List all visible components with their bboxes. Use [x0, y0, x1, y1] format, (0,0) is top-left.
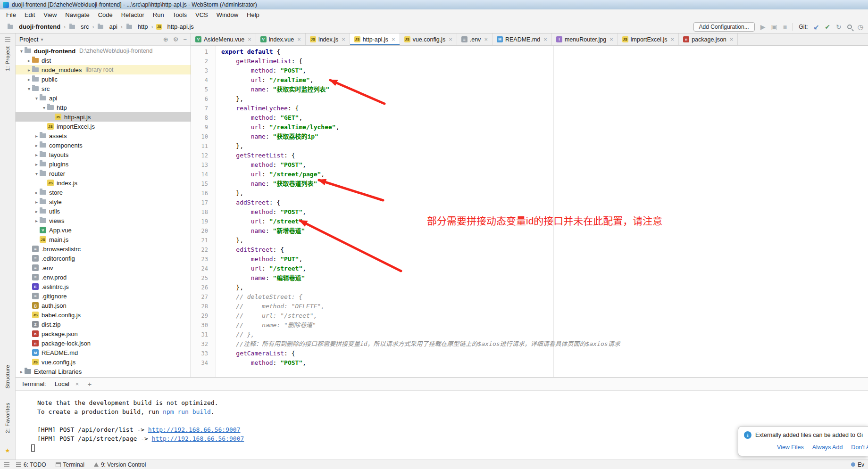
menu-vcs[interactable]: VCS	[191, 11, 212, 18]
line-number[interactable]: 34	[191, 358, 216, 368]
tree-item-http-api-js[interactable]: JShttp-api.js	[16, 112, 191, 122]
new-terminal-icon[interactable]: +	[87, 380, 92, 388]
line-number[interactable]: 8	[191, 113, 216, 123]
git-update-icon[interactable]	[814, 24, 819, 30]
tree-item-components[interactable]: ▸components	[16, 140, 191, 150]
line-number[interactable]: 7	[191, 104, 216, 113]
close-icon[interactable]: ×	[484, 36, 488, 42]
code-line[interactable]: 23 method: "PUT",	[191, 255, 868, 264]
editor-tab-index-js[interactable]: JSindex.js×	[306, 33, 350, 45]
line-number[interactable]: 16	[191, 189, 216, 198]
close-icon[interactable]: ×	[543, 36, 547, 42]
code-line[interactable]: 2 getRealTimeList: {	[191, 57, 868, 66]
tree-item-package-json[interactable]: npackage.json	[16, 329, 191, 338]
tree-item-app-vue[interactable]: VApp.vue	[16, 225, 191, 235]
close-icon[interactable]: ×	[342, 36, 345, 42]
code-line[interactable]: 15 name: "获取巷道列表"	[191, 179, 868, 189]
tree-item-env[interactable]: ≡.env	[16, 263, 191, 272]
tree-item-main-js[interactable]: JSmain.js	[16, 235, 191, 244]
breadcrumb-item-src[interactable]: src	[67, 23, 91, 30]
code-line[interactable]: 24 url: "/street",	[191, 264, 868, 273]
tree-item-auth-json[interactable]: {}auth.json	[16, 301, 191, 310]
line-number[interactable]: 33	[191, 349, 216, 358]
code-line[interactable]: 33 getCameraList: {	[191, 349, 868, 358]
breadcrumb-item-duoji-frontend[interactable]: duoji-frontend	[5, 23, 63, 30]
code-line[interactable]: 32 //注释：所有用到删除的接口都需要拼接变量id，所以请求方式采用了挂载在原…	[191, 339, 868, 349]
breadcrumb-item-http-api-js[interactable]: JShttp-api.js	[154, 23, 196, 30]
line-number[interactable]: 5	[191, 85, 216, 94]
menu-refactor[interactable]: Refactor	[117, 11, 149, 18]
line-number[interactable]: 3	[191, 66, 216, 75]
line-number[interactable]: 29	[191, 311, 216, 321]
code-line[interactable]: 28 // method: "DELETE",	[191, 302, 868, 311]
editor-tab-package-json[interactable]: npackage.json×	[679, 33, 738, 45]
line-number[interactable]: 21	[191, 236, 216, 245]
code-line[interactable]: 12 getStreetList: {	[191, 151, 868, 160]
line-number[interactable]: 17	[191, 198, 216, 207]
line-number[interactable]: 11	[191, 141, 216, 151]
breadcrumb-item-http[interactable]: http	[124, 23, 150, 30]
settings-gear-icon[interactable]: ⚙	[173, 36, 179, 43]
tree-item-editorconfig[interactable]: ≡.editorconfig	[16, 254, 191, 263]
tree-item-utils[interactable]: ▸utils	[16, 206, 191, 216]
menu-help[interactable]: Help	[242, 11, 264, 18]
code-line[interactable]: 25 name: "编辑巷道"	[191, 273, 868, 283]
line-number[interactable]: 31	[191, 330, 216, 339]
line-number[interactable]: 30	[191, 321, 216, 330]
notification-action-always-add[interactable]: Always Add	[812, 443, 843, 452]
terminal-link[interactable]: http://192.168.66.56:9007	[148, 426, 241, 433]
line-number[interactable]: 20	[191, 226, 216, 236]
menu-tools[interactable]: Tools	[168, 11, 191, 18]
git-commit-icon[interactable]	[825, 24, 830, 30]
tree-item-node-modules[interactable]: ▸node_moduleslibrary root	[16, 65, 191, 74]
code-line[interactable]: 13 method: "POST",	[191, 160, 868, 170]
code-line[interactable]: 9 url: "/realTime/lychee",	[191, 123, 868, 132]
code-line[interactable]: 3 method: "POST",	[191, 66, 868, 75]
code-line[interactable]: 20 name: "新增巷道"	[191, 226, 868, 236]
toolwindow-button-favorites[interactable]: 2: Favorites	[5, 403, 10, 433]
line-number[interactable]: 22	[191, 245, 216, 255]
editor-tab-menurouter-jpg[interactable]: ImenuRouter.jpg×	[552, 33, 618, 45]
menu-file[interactable]: File	[2, 11, 20, 18]
debug-icon[interactable]	[771, 24, 777, 30]
line-number[interactable]: 19	[191, 217, 216, 226]
line-number[interactable]: 25	[191, 273, 216, 283]
status-item-6-todo[interactable]: 6: TODO	[16, 461, 46, 468]
close-icon[interactable]: ×	[297, 36, 301, 42]
code-line[interactable]: 11 },	[191, 141, 868, 151]
close-icon[interactable]: ×	[609, 36, 613, 42]
tree-item-importexcel-js[interactable]: JSimportExcel.js	[16, 122, 191, 131]
tree-item-plugins[interactable]: ▸plugins	[16, 159, 191, 169]
tree-item-babel-config-js[interactable]: JSbabel.config.js	[16, 310, 191, 320]
editor-tab-index-vue[interactable]: Vindex.vue×	[256, 33, 306, 45]
line-number[interactable]: 9	[191, 123, 216, 132]
menu-window[interactable]: Window	[212, 11, 242, 18]
line-number[interactable]: 27	[191, 292, 216, 302]
status-right[interactable]: Ev	[851, 461, 864, 468]
line-number[interactable]: 2	[191, 57, 216, 66]
close-icon[interactable]: ×	[730, 36, 734, 42]
tree-item-public[interactable]: ▸public	[16, 74, 191, 84]
tree-item-layouts[interactable]: ▸layouts	[16, 150, 191, 159]
code-editor[interactable]: 1export default {2 getRealTimeList: {3 m…	[191, 46, 868, 377]
tree-item-duoji-frontend[interactable]: ▾duoji-frontendD:\zheheWeb\duoji-fronten…	[16, 46, 191, 56]
close-icon[interactable]: ×	[248, 36, 251, 42]
git-revert-icon[interactable]	[836, 24, 842, 30]
editor-tab-vue-config-js[interactable]: JSvue.config.js×	[400, 33, 457, 45]
line-number[interactable]: 1	[191, 47, 216, 57]
code-line[interactable]: 16 },	[191, 189, 868, 198]
line-number[interactable]: 4	[191, 75, 216, 85]
close-icon[interactable]: ×	[449, 36, 452, 42]
code-line[interactable]: 4 url: "/realTime",	[191, 75, 868, 85]
tree-item-eslintrc-js[interactable]: E.eslintrc.js	[16, 282, 191, 291]
code-line[interactable]: 5 name: "获取实时监控列表"	[191, 85, 868, 94]
menu-code[interactable]: Code	[94, 11, 117, 18]
line-number[interactable]: 24	[191, 264, 216, 273]
code-line[interactable]: 22 editStreet: {	[191, 245, 868, 255]
line-number[interactable]: 12	[191, 151, 216, 160]
tree-item-env-prod[interactable]: ≡.env.prod	[16, 272, 191, 282]
close-icon[interactable]: ×	[75, 381, 79, 387]
run-icon[interactable]	[760, 24, 766, 30]
code-line[interactable]: 14 url: "/street/page",	[191, 170, 868, 179]
code-line[interactable]: 6 },	[191, 94, 868, 104]
